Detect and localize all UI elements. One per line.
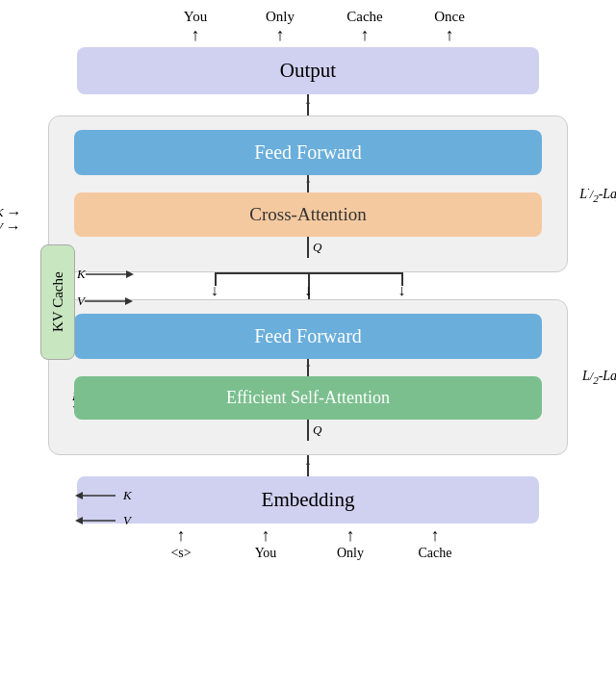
top-token-cache: Cache ↑ [341, 9, 389, 45]
svg-marker-5 [75, 492, 83, 499]
svg-marker-3 [125, 297, 133, 305]
feed-forward-bottom: Feed Forward [74, 314, 542, 359]
efficient-sa-box: Efficient Self-Attention [74, 376, 542, 420]
output-box: Output [77, 47, 539, 94]
embedding-box: Embedding [77, 476, 539, 524]
top-token-you: You ↑ [171, 9, 219, 45]
diagram: You ↑ Only ↑ Cache ↑ Once ↑ Output ↑ L·/… [38, 9, 578, 682]
top-layer-block: L·/2-Layer Feed Forward ↑ K → V → Cross-… [48, 115, 568, 272]
bottom-token-only: ↑ Only [326, 525, 374, 561]
top-token-only: Only ↑ [256, 9, 304, 45]
bottom-token-you: ↑ You [242, 525, 290, 561]
kv-cache-box: KV Cache [40, 244, 75, 360]
cross-attention-box: Cross-Attention [74, 192, 542, 237]
bottom-layer-block: L/2-Layer Feed Forward ↑ K → V → Efficie… [48, 299, 568, 455]
top-token-once: Once ↑ [425, 9, 474, 45]
bottom-layer-label: L/2-Layer [582, 367, 616, 386]
svg-marker-7 [75, 517, 83, 524]
feed-forward-top: Feed Forward [74, 130, 542, 175]
svg-marker-1 [126, 270, 134, 278]
bottom-token-s: ↑ <s> [157, 525, 205, 561]
bottom-token-cache: ↑ Cache [411, 525, 459, 561]
top-layer-label: L·/2-Layer [579, 182, 616, 205]
